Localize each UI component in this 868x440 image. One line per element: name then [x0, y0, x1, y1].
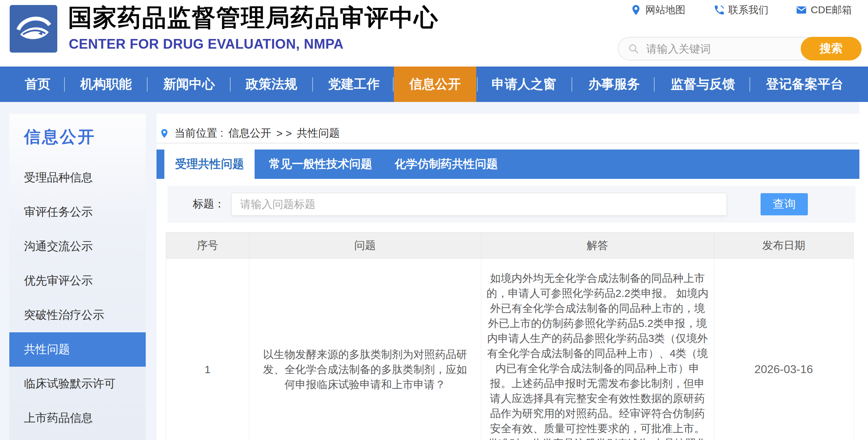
title-filter-input[interactable]	[231, 193, 727, 216]
sidebar-item-review-tasks[interactable]: 审评任务公示	[9, 195, 146, 229]
sidebar-item-communication[interactable]: 沟通交流公示	[9, 229, 146, 264]
breadcrumb-section[interactable]: 信息公开	[228, 126, 271, 141]
cde-mail-label: CDE邮箱	[811, 3, 852, 17]
title-filter-panel: 标题： 查询	[168, 186, 855, 223]
breadcrumb: 当前位置 : 信息公开 > > 共性问题	[159, 126, 340, 141]
nav-separator	[654, 77, 655, 92]
nav-separator	[393, 77, 394, 92]
nav-separator	[572, 77, 572, 92]
breadcrumb-pin-icon	[159, 127, 169, 140]
nav-separator	[312, 77, 313, 92]
sidebar-item-breakthrough-therapy[interactable]: 突破性治疗公示	[9, 298, 146, 332]
sitemap-label: 网站地图	[645, 3, 685, 17]
header-date: 发布日期	[714, 233, 854, 259]
nav-item-news[interactable]: 新闻中心	[163, 67, 215, 102]
nav-item-applicant[interactable]: 申请人之窗	[492, 67, 556, 102]
nav-item-functions[interactable]: 机构职能	[80, 67, 132, 102]
content-panel: 当前位置 : 信息公开 > > 共性问题 受理共性问题 常见一般性技术问题 化学…	[156, 114, 859, 440]
sidebar-item-marketed-drugs[interactable]: 上市药品信息	[9, 401, 146, 435]
sidebar-title: 信息公开	[24, 126, 96, 148]
sidebar-item-common-questions[interactable]: 共性问题	[9, 332, 146, 367]
nav-separator	[64, 77, 65, 92]
contact-label: 联系我们	[728, 3, 768, 17]
site-header: 国家药品监督管理局药品审评中心 CENTER FOR DRUG EVALUATI…	[0, 0, 868, 67]
envelope-icon	[796, 4, 807, 16]
title-filter-label: 标题：	[193, 186, 225, 223]
location-pin-icon	[630, 4, 642, 16]
table-row: 1 以生物发酵来源的多肽类制剂为对照药品研发、全化学合成法制备的多肽类制剂，应如…	[166, 259, 854, 440]
cell-answer: 如境内外均无全化学合成法制备的同品种上市的，申请人可参照化学药品2.2类申报。 …	[481, 259, 714, 440]
breadcrumb-current: 共性问题	[297, 126, 340, 141]
search-icon	[628, 43, 639, 54]
breadcrumb-divider	[156, 143, 858, 143]
cde-mail-link[interactable]: CDE邮箱	[796, 3, 852, 17]
sidebar-item-priority-review[interactable]: 优先审评公示	[9, 264, 146, 298]
cell-date: 2026-03-16	[714, 259, 854, 440]
tab-general-technical-questions[interactable]: 常见一般性技术问题	[269, 150, 372, 179]
nav-item-policy[interactable]: 政策法规	[246, 67, 297, 102]
right-margin-strip	[859, 102, 868, 440]
main-area: 信息公开 受理品种信息 审评任务公示 沟通交流公示 优先审评公示 突破性治疗公示…	[0, 102, 868, 440]
sidebar-item-accepted-varieties[interactable]: 受理品种信息	[9, 161, 146, 195]
query-button[interactable]: 查询	[761, 193, 808, 215]
nav-separator	[477, 77, 478, 92]
site-title-english: CENTER FOR DRUG EVALUATION, NMPA	[69, 36, 344, 52]
nav-item-registration-platform[interactable]: 登记备案平台	[766, 67, 843, 102]
tab-chemical-generic-common-questions[interactable]: 化学仿制药共性问题	[395, 150, 498, 179]
cde-logo[interactable]	[10, 5, 57, 53]
search-button[interactable]: 搜索	[801, 37, 862, 60]
nav-item-party[interactable]: 党建工作	[328, 67, 380, 102]
nav-item-info-disclosure[interactable]: 信息公开	[394, 67, 476, 102]
phone-icon	[713, 4, 725, 16]
cell-question: 以生物发酵来源的多肽类制剂为对照药品研发、全化学合成法制备的多肽类制剂，应如何申…	[249, 259, 481, 440]
nav-item-home[interactable]: 首页	[25, 67, 50, 102]
contact-link[interactable]: 联系我们	[713, 3, 768, 17]
nav-separator	[749, 77, 750, 92]
breadcrumb-separator: > >	[276, 127, 292, 140]
sidebar-item-clinical-trial-implied-license[interactable]: 临床试验默示许可	[9, 367, 146, 401]
tab-bar: 受理共性问题 常见一般性技术问题 化学仿制药共性问题	[156, 150, 859, 179]
header-question: 问题	[249, 233, 481, 259]
site-title-chinese: 国家药品监督管理局药品审评中心	[68, 1, 439, 34]
sidebar-menu: 受理品种信息 审评任务公示 沟通交流公示 优先审评公示 突破性治疗公示 共性问题…	[9, 161, 146, 435]
table-header-row: 序号 问题 解答 发布日期	[166, 233, 854, 259]
nav-separator	[230, 77, 231, 92]
sidebar: 信息公开 受理品种信息 审评任务公示 沟通交流公示 优先审评公示 突破性治疗公示…	[9, 114, 146, 440]
header-seq: 序号	[166, 233, 249, 259]
sitemap-link[interactable]: 网站地图	[630, 3, 685, 17]
cell-seq: 1	[166, 259, 249, 440]
header-search-bar: 搜索	[618, 37, 862, 60]
nav-item-services[interactable]: 办事服务	[588, 67, 640, 102]
header-answer: 解答	[481, 233, 714, 259]
nav-separator	[147, 77, 148, 92]
main-nav: 首页 机构职能 新闻中心 政策法规 党建工作 信息公开 申请人之窗 办事服务 监…	[0, 67, 868, 102]
tab-acceptance-common-questions[interactable]: 受理共性问题	[164, 150, 255, 179]
page: 国家药品监督管理局药品审评中心 CENTER FOR DRUG EVALUATI…	[0, 0, 868, 440]
questions-table: 序号 问题 解答 发布日期 1 以生物发酵来源的多肽类制剂为对照药品研发、全化学…	[166, 232, 854, 440]
nav-item-supervision[interactable]: 监督与反馈	[671, 67, 735, 102]
keyword-search-input[interactable]	[646, 38, 783, 60]
breadcrumb-label: 当前位置 :	[174, 126, 223, 141]
